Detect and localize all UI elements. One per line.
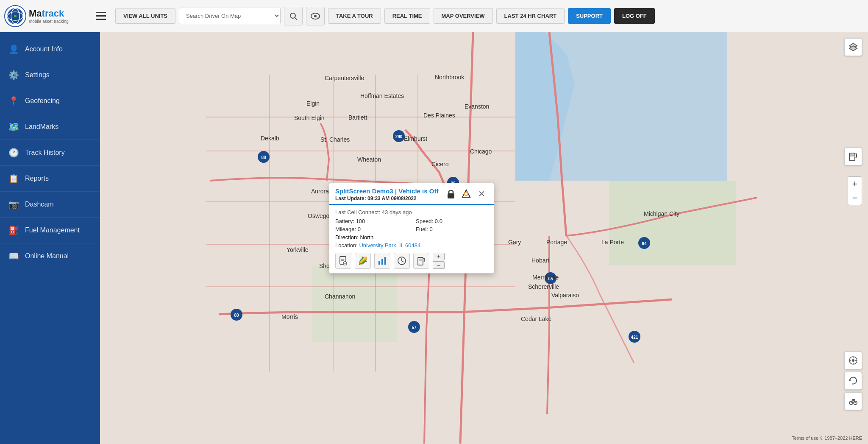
- search-driver-input[interactable]: Search Driver On Map: [179, 8, 280, 24]
- svg-point-60: [852, 359, 854, 362]
- svg-text:57: 57: [412, 325, 417, 330]
- shape-button[interactable]: [460, 187, 473, 200]
- last-24hr-chart-button[interactable]: LAST 24 HR CHART: [496, 8, 565, 24]
- map-zoom-controls: + −: [848, 176, 862, 205]
- take-a-tour-button[interactable]: TAKE A TOUR: [328, 8, 381, 24]
- svg-point-3: [14, 15, 17, 17]
- svg-text:421: 421: [631, 335, 638, 340]
- sidebar-item-label: Reports: [25, 175, 49, 182]
- popup-action-clock[interactable]: [394, 253, 410, 269]
- close-button[interactable]: ✕: [475, 187, 488, 200]
- sidebar-item-label: Account Info: [25, 45, 63, 53]
- popup-last-update: Last Update: 09:33 AM 09/08/2022: [335, 195, 438, 201]
- popup-body: Last Cell Connect: 43 days ago Battery: …: [329, 205, 494, 273]
- reports-icon: 📋: [8, 173, 19, 184]
- popup-action-report[interactable]: [335, 253, 351, 269]
- svg-rect-47: [378, 261, 380, 265]
- sidebar-item-label: Track History: [25, 149, 65, 156]
- hamburger-menu-button[interactable]: [92, 8, 109, 23]
- layers-button[interactable]: [844, 38, 862, 56]
- zoom-in-button[interactable]: +: [848, 176, 862, 191]
- sidebar-item-landmarks[interactable]: 🗺️ LandMarks: [0, 114, 100, 140]
- svg-rect-54: [419, 259, 422, 261]
- map-attribution: Terms of use © 1987–2022 HERE: [792, 436, 862, 441]
- sidebar-item-label: Fuel Management: [25, 226, 80, 234]
- logo-icon: [4, 5, 26, 27]
- support-button[interactable]: SUPPORT: [568, 8, 611, 24]
- sidebar-item-track-history[interactable]: 🕐 Track History: [0, 140, 100, 166]
- svg-rect-11: [312, 265, 397, 342]
- fuel-panel-button[interactable]: [844, 148, 862, 165]
- svg-rect-10: [609, 181, 736, 265]
- search-button[interactable]: [284, 7, 303, 25]
- zoom-out-button[interactable]: −: [848, 191, 862, 205]
- dashcam-icon: 📷: [8, 199, 19, 209]
- header: Matrack mobile asset tracking VIEW ALL U…: [0, 0, 868, 32]
- map-container[interactable]: 290 88 90 80 57 65 94 421: [100, 32, 868, 444]
- svg-text:290: 290: [395, 134, 403, 139]
- popup-action-flag[interactable]: 🌽: [355, 253, 371, 269]
- popup-last-cell-connect: Last Cell Connect: 43 days ago: [335, 209, 488, 215]
- logo: Matrack mobile asset tracking: [4, 5, 89, 27]
- popup-speed: Speed: 0.0: [416, 218, 488, 224]
- fuel-management-icon: ⛽: [8, 225, 19, 235]
- popup-fuel: Fuel: 0: [416, 226, 488, 232]
- svg-text:88: 88: [261, 155, 266, 160]
- lock-button[interactable]: [445, 187, 457, 200]
- svg-text:80: 80: [234, 313, 239, 318]
- popup-action-chart[interactable]: [374, 253, 390, 269]
- logo-text-block: Matrack mobile asset tracking: [29, 8, 69, 24]
- search-driver-select[interactable]: Search Driver On Map: [179, 8, 281, 24]
- svg-rect-58: [850, 154, 854, 156]
- sidebar-item-fuel-management[interactable]: ⛽ Fuel Management: [0, 218, 100, 243]
- popup-top-icons: ✕: [445, 187, 488, 200]
- popup-location: Location: University Park, IL 60484: [335, 242, 488, 249]
- geofencing-icon: 📍: [8, 96, 19, 106]
- popup-actions: 🌽: [335, 253, 488, 269]
- svg-line-52: [402, 261, 403, 262]
- log-off-button[interactable]: LOG OFF: [614, 8, 655, 24]
- svg-point-4: [290, 13, 295, 18]
- svg-point-40: [465, 192, 468, 195]
- sidebar-item-label: LandMarks: [25, 123, 58, 131]
- popup-action-fuel[interactable]: [413, 253, 429, 269]
- svg-text:94: 94: [642, 241, 647, 246]
- online-manual-icon: 📖: [8, 251, 19, 261]
- popup-location-link[interactable]: University Park, IL 60484: [359, 242, 420, 249]
- popup-battery: Battery: 100: [335, 218, 407, 224]
- sidebar-item-label: Geofencing: [25, 97, 60, 105]
- popup-minus-btn[interactable]: −: [433, 261, 445, 269]
- track-history-icon: 🕐: [8, 148, 19, 158]
- sidebar-item-reports[interactable]: 📋 Reports: [0, 166, 100, 192]
- landmarks-icon: 🗺️: [8, 122, 19, 132]
- svg-point-7: [314, 15, 317, 17]
- svg-text:65: 65: [548, 276, 553, 281]
- svg-rect-39: [448, 193, 454, 198]
- popup-mileage: Mileage: 0: [335, 226, 407, 232]
- logo-subtitle: mobile asset tracking: [29, 19, 69, 24]
- bike-button[interactable]: [844, 392, 862, 410]
- map-controls-bottom: [844, 352, 862, 410]
- sidebar-item-geofencing[interactable]: 📍 Geofencing: [0, 88, 100, 114]
- real-time-button[interactable]: REAL TIME: [384, 8, 430, 24]
- sidebar-item-label: Settings: [25, 71, 50, 79]
- account-info-icon: 👤: [8, 44, 19, 54]
- map-background: 290 88 90 80 57 65 94 421: [100, 32, 868, 444]
- refresh-button[interactable]: [844, 372, 862, 390]
- view-all-units-button[interactable]: VIEW ALL UNITS: [115, 8, 175, 24]
- map-overview-button[interactable]: MAP OVERVIEW: [434, 8, 493, 24]
- popup-vehicle-title: SplitScreen Demo3 | Vehicle is Off: [335, 187, 438, 195]
- sidebar-item-label: Dashcam: [25, 201, 54, 208]
- svg-rect-57: [849, 153, 855, 161]
- popup-row-mileage-fuel: Mileage: 0 Fuel: 0: [335, 226, 488, 232]
- compass-button[interactable]: [844, 352, 862, 369]
- settings-icon: ⚙️: [8, 70, 19, 80]
- popup-plus-btn[interactable]: +: [433, 253, 445, 260]
- sidebar-item-dashcam[interactable]: 📷 Dashcam: [0, 192, 100, 218]
- svg-rect-48: [381, 259, 383, 265]
- sidebar-item-settings[interactable]: ⚙️ Settings: [0, 62, 100, 88]
- popup-plus-minus: + −: [433, 253, 445, 269]
- eye-button[interactable]: [306, 7, 325, 25]
- sidebar-item-online-manual[interactable]: 📖 Online Manual: [0, 243, 100, 269]
- sidebar-item-account-info[interactable]: 👤 Account Info: [0, 36, 100, 62]
